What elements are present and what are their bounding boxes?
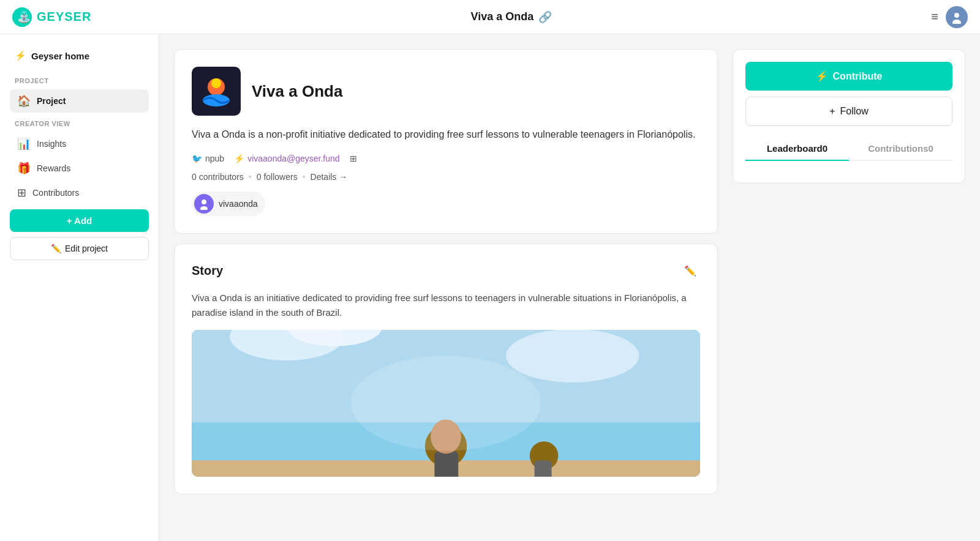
story-card: Story ✏️ Viva a Onda is an initiative de… [174, 244, 718, 494]
platform-link[interactable]: 🐦 npub [192, 154, 224, 163]
tab-contributions[interactable]: Contributions0 [849, 137, 952, 161]
user-avatar[interactable] [946, 6, 968, 28]
meta-dot-1: • [249, 172, 252, 182]
lightning-icon: ⚡ [234, 154, 244, 163]
sidebar-item-project[interactable]: 🏠 Project [10, 89, 149, 113]
right-column: ⚡ Contribute + Follow Leaderboard0 Contr… [733, 49, 965, 184]
lightning-btn-icon: ⚡ [816, 70, 828, 82]
project-meta: 0 contributors • 0 followers • Details → [192, 172, 700, 182]
qr-link[interactable]: ⊞ [350, 154, 357, 163]
follow-button[interactable]: + Follow [745, 97, 952, 126]
add-button[interactable]: + Add [10, 209, 149, 232]
header-right: ≡ [931, 6, 968, 28]
svg-point-8 [202, 200, 206, 204]
logo[interactable]: ⛲ GEYSER [12, 7, 91, 27]
owner-name: vivaaonda [219, 199, 258, 209]
edit-project-button[interactable]: ✏️ Edit project [10, 237, 149, 260]
sidebar-home[interactable]: ⚡ Geyser home [10, 47, 149, 65]
svg-rect-17 [434, 450, 458, 476]
action-card: ⚡ Contribute + Follow Leaderboard0 Contr… [733, 49, 965, 184]
story-header: Story ✏️ [192, 261, 700, 281]
owner-badge[interactable]: vivaaonda [192, 192, 265, 216]
svg-text:⛲: ⛲ [17, 10, 31, 24]
details-link[interactable]: Details → [311, 172, 348, 182]
rewards-icon: 🎁 [17, 162, 31, 175]
page-layout: ⚡ Geyser home Project 🏠 Project Creator … [0, 34, 980, 541]
npub-icon: 🐦 [192, 154, 202, 163]
svg-point-21 [351, 356, 541, 450]
home-nav-icon: 🏠 [17, 94, 31, 108]
contribute-button[interactable]: ⚡ Contribute [745, 62, 952, 91]
logo-text: GEYSER [37, 10, 91, 24]
story-text: Viva a Onda is an initiative dedicated t… [192, 291, 700, 320]
edit-icon: ✏️ [51, 244, 61, 253]
project-owner: vivaaonda [192, 192, 700, 216]
project-header: Viva a Onda [192, 67, 700, 116]
project-card: Viva a Onda Viva a Onda is a non-profit … [174, 49, 718, 234]
svg-point-9 [200, 206, 208, 210]
sidebar-item-rewards[interactable]: 🎁 Rewards [10, 157, 149, 180]
app-header: ⛲ GEYSER Viva a Onda 🔗 ≡ [0, 0, 980, 34]
sidebar-project-section: Project [10, 77, 149, 84]
sidebar: ⚡ Geyser home Project 🏠 Project Creator … [0, 34, 159, 541]
story-edit-button[interactable]: ✏️ [680, 261, 700, 281]
svg-point-3 [952, 20, 961, 24]
sidebar-creator-section: Creator view [10, 120, 149, 127]
svg-point-14 [506, 330, 639, 382]
project-description: Viva a Onda is a non-profit initiative d… [192, 127, 700, 143]
main-content: Viva a Onda Viva a Onda is a non-profit … [159, 34, 980, 541]
email-link[interactable]: ⚡ vivaaonda@geyser.fund [234, 154, 339, 163]
tab-leaderboard[interactable]: Leaderboard0 [745, 137, 849, 161]
logo-icon: ⛲ [12, 7, 32, 27]
page-title: Viva a Onda 🔗 [470, 10, 552, 24]
sidebar-item-insights[interactable]: 📊 Insights [10, 132, 149, 155]
svg-point-6 [211, 78, 221, 88]
insights-icon: 📊 [17, 137, 31, 151]
tabs: Leaderboard0 Contributions0 [745, 137, 952, 161]
project-links: 🐦 npub ⚡ vivaaonda@geyser.fund ⊞ [192, 154, 700, 163]
contributors-icon: ⊞ [17, 186, 26, 200]
project-logo-svg [195, 70, 238, 113]
link-icon: 🔗 [538, 10, 552, 24]
svg-rect-20 [535, 460, 552, 477]
svg-point-2 [954, 13, 959, 18]
followers-count: 0 followers [257, 172, 298, 182]
contributors-count: 0 contributors [192, 172, 244, 182]
menu-icon[interactable]: ≡ [931, 10, 938, 24]
sidebar-item-contributors[interactable]: ⊞ Contributors [10, 181, 149, 204]
home-icon: ⚡ [15, 50, 26, 61]
meta-dot-2: • [303, 172, 306, 182]
project-logo [192, 67, 241, 116]
story-title: Story [192, 264, 223, 278]
story-image [192, 330, 700, 477]
qr-icon: ⊞ [350, 154, 357, 163]
project-name: Viva a Onda [252, 82, 342, 101]
center-column: Viva a Onda Viva a Onda is a non-profit … [174, 49, 718, 494]
plus-icon: + [829, 106, 835, 117]
owner-avatar [194, 194, 214, 214]
